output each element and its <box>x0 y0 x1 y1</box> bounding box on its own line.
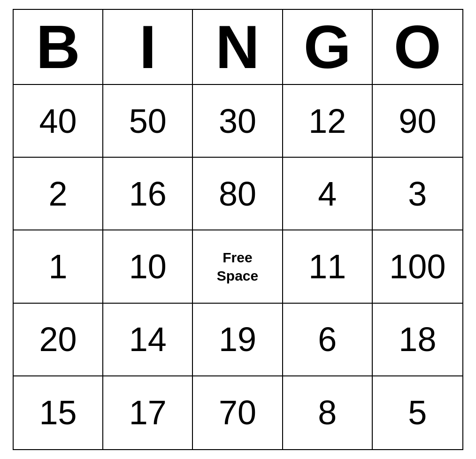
header-letter-o: O <box>373 10 462 84</box>
grid-cell-r3-c0: 20 <box>14 304 103 376</box>
grid-cell-r4-c1: 17 <box>103 376 193 449</box>
grid-cell-r3-c1: 14 <box>103 304 193 376</box>
free-space-cell: FreeSpace <box>193 230 283 303</box>
header-letter-b: B <box>14 10 103 84</box>
header-letter-i: I <box>103 10 193 84</box>
bingo-card: BINGO 40503012902168043110FreeSpace11100… <box>13 9 463 450</box>
grid-cell-r4-c2: 70 <box>193 376 283 449</box>
grid-cell-r0-c1: 50 <box>103 85 193 158</box>
grid-cell-r2-c1: 10 <box>103 230 193 303</box>
grid-cell-r0-c3: 12 <box>283 85 373 158</box>
grid-cell-r1-c2: 80 <box>193 158 283 230</box>
grid-cell-r2-c4: 100 <box>373 230 462 303</box>
grid-cell-r1-c4: 3 <box>373 158 462 230</box>
grid-cell-r0-c2: 30 <box>193 85 283 158</box>
grid-cell-r3-c2: 19 <box>193 304 283 376</box>
bingo-grid: 40503012902168043110FreeSpace11100201419… <box>14 85 462 449</box>
grid-cell-r3-c3: 6 <box>283 304 373 376</box>
grid-cell-r0-c4: 90 <box>373 85 462 158</box>
grid-cell-r1-c1: 16 <box>103 158 193 230</box>
grid-cell-r2-c3: 11 <box>283 230 373 303</box>
grid-cell-r4-c0: 15 <box>14 376 103 449</box>
bingo-header: BINGO <box>14 10 462 85</box>
grid-cell-r2-c0: 1 <box>14 230 103 303</box>
grid-cell-r3-c4: 18 <box>373 304 462 376</box>
grid-cell-r4-c3: 8 <box>283 376 373 449</box>
grid-cell-r0-c0: 40 <box>14 85 103 158</box>
grid-cell-r4-c4: 5 <box>373 376 462 449</box>
grid-cell-r1-c3: 4 <box>283 158 373 230</box>
header-letter-n: N <box>193 10 283 84</box>
grid-cell-r1-c0: 2 <box>14 158 103 230</box>
header-letter-g: G <box>283 10 373 84</box>
